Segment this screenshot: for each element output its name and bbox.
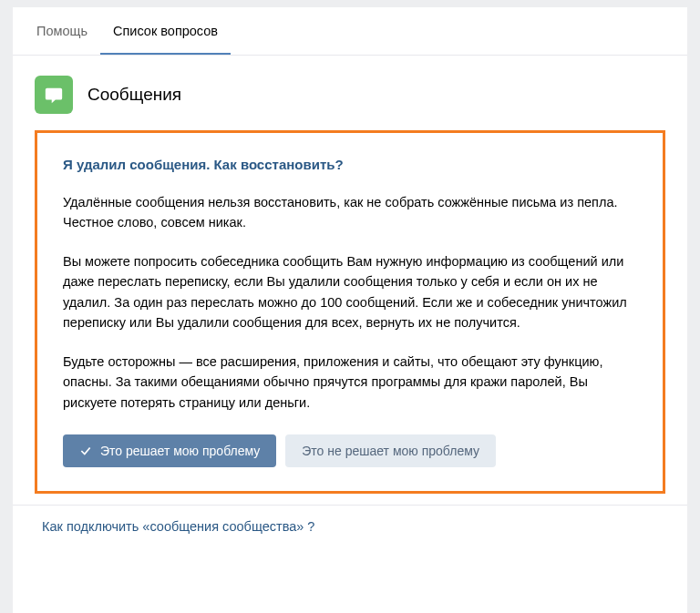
not-solves-button[interactable]: Это не решает мою проблему: [285, 434, 496, 467]
tab-questions-list[interactable]: Список вопросов: [100, 7, 231, 55]
feedback-buttons: Это решает мою проблему Это не решает мо…: [63, 434, 637, 467]
question-title: Я удалил сообщения. Как восстановить?: [63, 157, 637, 172]
messages-icon: [35, 76, 73, 114]
question-card: Я удалил сообщения. Как восстановить? Уд…: [35, 130, 665, 494]
question-body: Удалённые сообщения нельзя восстановить,…: [63, 192, 637, 413]
tab-help[interactable]: Помощь: [24, 7, 100, 55]
paragraph-3: Будьте осторожны — все расширения, прило…: [63, 352, 637, 413]
paragraph-2: Вы можете попросить собеседника сообщить…: [63, 251, 637, 333]
solves-button-label: Это решает мою проблему: [100, 444, 260, 458]
check-icon: [79, 444, 92, 457]
solves-button[interactable]: Это решает мою проблему: [63, 434, 276, 467]
related-questions: Как подключить «сообщения сообщества» ?: [13, 505, 687, 547]
tab-questions-list-label: Список вопросов: [113, 24, 218, 38]
section-header: Сообщения: [13, 56, 687, 130]
not-solves-button-label: Это не решает мою проблему: [302, 444, 479, 458]
section-title: Сообщения: [88, 85, 181, 105]
paragraph-1: Удалённые сообщения нельзя восстановить,…: [63, 192, 637, 233]
tabs-bar: Помощь Список вопросов: [13, 7, 687, 56]
related-link-1[interactable]: Как подключить «сообщения сообщества» ?: [42, 519, 314, 534]
tab-help-label: Помощь: [36, 24, 88, 38]
